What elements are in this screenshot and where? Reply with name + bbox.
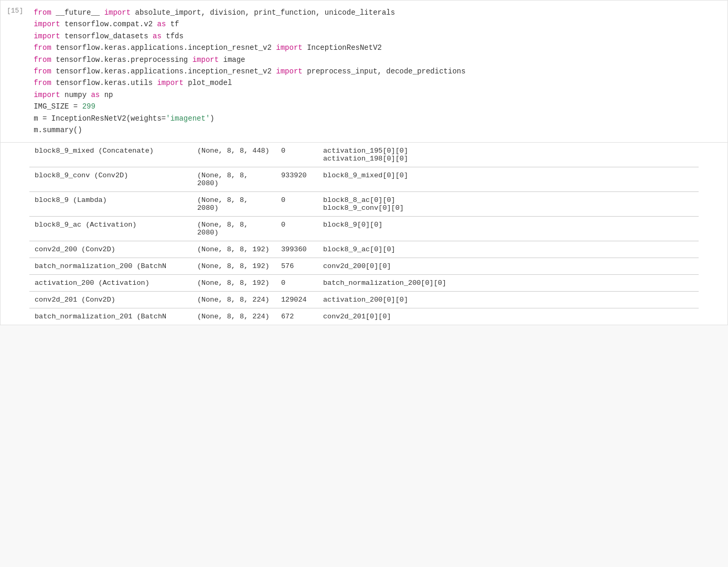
output-shape: (None, 8, 8, 2080) xyxy=(192,167,276,192)
connected-to: block8_9_ac[0][0] xyxy=(318,241,699,258)
code-token: IMG_SIZE = xyxy=(34,102,82,111)
code-line: m = InceptionResNetV2(weights='imagenet'… xyxy=(34,113,723,124)
param-count: 0 xyxy=(276,275,318,292)
table-row: block8_9_conv (Conv2D)(None, 8, 8, 2080)… xyxy=(29,167,699,192)
output-shape: (None, 8, 8, 224) xyxy=(192,292,276,308)
notebook-cell: [15] from __future__ import absolute_imp… xyxy=(0,0,728,325)
param-count: 0 xyxy=(276,192,318,217)
code-token: import xyxy=(192,56,219,64)
table-row: activation_200 (Activation)(None, 8, 8, … xyxy=(29,275,699,292)
code-line: m.summary() xyxy=(34,124,723,136)
code-token: np xyxy=(100,91,113,99)
param-count: 933920 xyxy=(276,167,318,192)
layer-name: conv2d_201 (Conv2D) xyxy=(29,292,192,308)
table-row: block8_9 (Lambda)(None, 8, 8, 2080)0bloc… xyxy=(29,192,699,217)
connected-to: block8_8_ac[0][0] block8_9_conv[0][0] xyxy=(318,192,699,217)
connected-to: block8_9[0][0] xyxy=(318,217,699,241)
code-token: import xyxy=(104,8,131,17)
code-token: import xyxy=(34,20,60,28)
code-token: from xyxy=(34,67,51,76)
code-token: numpy xyxy=(60,91,91,99)
table-row: conv2d_201 (Conv2D)(None, 8, 8, 224)1290… xyxy=(29,292,699,308)
code-token: from xyxy=(34,56,51,64)
code-line: import tensorflow_datasets as tfds xyxy=(34,30,723,42)
code-token: 'imagenet' xyxy=(166,114,210,123)
code-token: from xyxy=(34,8,51,17)
table-row: block8_9_mixed (Concatenate)(None, 8, 8,… xyxy=(29,143,699,167)
param-count: 576 xyxy=(276,258,318,275)
output-shape: (None, 8, 8, 2080) xyxy=(192,192,276,217)
param-count: 399360 xyxy=(276,241,318,258)
code-token: from xyxy=(34,44,51,52)
output-shape: (None, 8, 8, 448) xyxy=(192,143,276,167)
table-row: batch_normalization_201 (BatchN(None, 8,… xyxy=(29,308,699,325)
layer-name: block8_9_mixed (Concatenate) xyxy=(29,143,192,167)
code-line: from tensorflow.keras.preprocessing impo… xyxy=(34,54,723,66)
cell-number: [15] xyxy=(1,5,29,138)
connected-to: batch_normalization_200[0][0] xyxy=(318,275,699,292)
code-line: import tensorflow.compat.v2 as tf xyxy=(34,18,723,30)
connected-to: block8_9_mixed[0][0] xyxy=(318,167,699,192)
code-line: from tensorflow.keras.utils import plot_… xyxy=(34,77,723,89)
code-token: import xyxy=(276,67,302,76)
code-token: tensorflow.keras.applications.inception_… xyxy=(51,44,276,52)
param-count: 0 xyxy=(276,143,318,167)
code-line: from tensorflow.keras.applications.incep… xyxy=(34,66,723,77)
output-shape: (None, 8, 8, 224) xyxy=(192,308,276,325)
code-token: import xyxy=(157,79,183,87)
code-token: tensorflow.keras.applications.inception_… xyxy=(51,67,276,76)
cell-output: block8_9_mixed (Concatenate)(None, 8, 8,… xyxy=(1,142,727,325)
connected-to: activation_200[0][0] xyxy=(318,292,699,308)
code-token: as xyxy=(157,20,166,28)
code-token: ) xyxy=(210,114,214,123)
code-token: import xyxy=(34,32,60,40)
code-token: m = InceptionResNetV2(weights= xyxy=(34,114,166,123)
code-line: import numpy as np xyxy=(34,89,723,101)
code-token: 299 xyxy=(82,102,95,111)
layer-name: block8_9_conv (Conv2D) xyxy=(29,167,192,192)
output-shape: (None, 8, 8, 192) xyxy=(192,258,276,275)
code-token: from xyxy=(34,79,51,87)
param-count: 672 xyxy=(276,308,318,325)
summary-table: block8_9_mixed (Concatenate)(None, 8, 8,… xyxy=(29,143,699,325)
code-token: preprocess_input, decode_predictions xyxy=(303,67,466,76)
cell-code: from __future__ import absolute_import, … xyxy=(29,5,727,138)
connected-to: conv2d_200[0][0] xyxy=(318,258,699,275)
output-shape: (None, 8, 8, 192) xyxy=(192,241,276,258)
layer-name: batch_normalization_200 (BatchN xyxy=(29,258,192,275)
code-line: IMG_SIZE = 299 xyxy=(34,101,723,112)
code-token: tf xyxy=(166,20,179,28)
code-token: InceptionResNetV2 xyxy=(303,44,382,52)
code-token: import xyxy=(276,44,302,52)
code-token: tensorflow_datasets xyxy=(60,32,153,40)
code-token: tensorflow.keras.preprocessing xyxy=(51,56,192,64)
cell-input: [15] from __future__ import absolute_imp… xyxy=(1,1,727,142)
code-token: tensorflow.keras.utils xyxy=(51,79,157,87)
layer-name: batch_normalization_201 (BatchN xyxy=(29,308,192,325)
connected-to: activation_195[0][0] activation_198[0][0… xyxy=(318,143,699,167)
code-token: plot_model xyxy=(184,79,232,87)
code-token: as xyxy=(153,32,162,40)
param-count: 129024 xyxy=(276,292,318,308)
output-shape: (None, 8, 8, 2080) xyxy=(192,217,276,241)
code-token: tfds xyxy=(162,32,184,40)
layer-name: conv2d_200 (Conv2D) xyxy=(29,241,192,258)
code-token: tensorflow.compat.v2 xyxy=(60,20,157,28)
code-token: __future__ xyxy=(51,8,104,17)
output-shape: (None, 8, 8, 192) xyxy=(192,275,276,292)
param-count: 0 xyxy=(276,217,318,241)
table-row: batch_normalization_200 (BatchN(None, 8,… xyxy=(29,258,699,275)
code-token: as xyxy=(91,91,100,99)
code-token: image xyxy=(219,56,245,64)
table-row: block8_9_ac (Activation)(None, 8, 8, 208… xyxy=(29,217,699,241)
code-line: from __future__ import absolute_import, … xyxy=(34,7,723,18)
table-row: conv2d_200 (Conv2D)(None, 8, 8, 192)3993… xyxy=(29,241,699,258)
layer-name: activation_200 (Activation) xyxy=(29,275,192,292)
code-line: from tensorflow.keras.applications.incep… xyxy=(34,42,723,54)
layer-name: block8_9_ac (Activation) xyxy=(29,217,192,241)
layer-name: block8_9 (Lambda) xyxy=(29,192,192,217)
code-token: m.summary() xyxy=(34,126,82,134)
code-token: absolute_import, division, print_functio… xyxy=(131,8,395,17)
code-token: import xyxy=(34,91,60,99)
connected-to: conv2d_201[0][0] xyxy=(318,308,699,325)
